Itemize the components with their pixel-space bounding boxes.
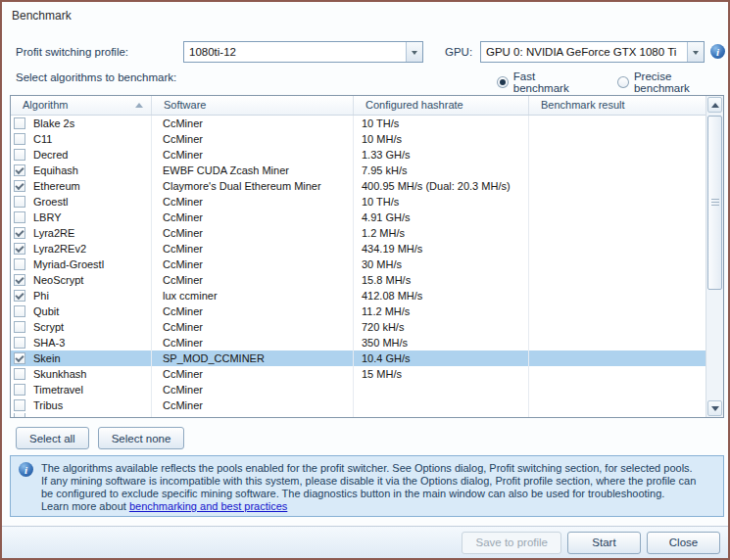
software-cell: lux ccminer [152, 288, 354, 303]
table-row[interactable]: Skunkhash CcMiner 15 MH/s [11, 366, 706, 382]
algorithm-name: NeoScrypt [33, 274, 83, 286]
column-header-hashrate[interactable]: Configured hashrate [354, 96, 529, 115]
table-row[interactable]: Decred CcMiner 1.33 GH/s [11, 147, 706, 163]
software-cell: CcMiner [152, 303, 354, 319]
hashrate-cell: 4.91 GH/s [354, 210, 529, 225]
close-button[interactable]: Close [647, 532, 720, 554]
row-checkbox[interactable] [14, 133, 25, 145]
row-checkbox[interactable] [14, 227, 25, 239]
hashrate-cell: 15 MH/s [354, 366, 529, 382]
hashrate-cell: 412.08 MH/s [354, 288, 529, 303]
vertical-scrollbar[interactable] [706, 96, 723, 417]
table-row[interactable]: Skein SP_MOD_CCMINER 10.4 GH/s [11, 350, 706, 366]
table-row[interactable]: Lyra2REv2 CcMiner 434.19 MH/s [11, 241, 706, 257]
table-row[interactable]: Groestl CcMiner 10 TH/s [11, 194, 706, 210]
hashrate-cell: 1.2 MH/s [354, 225, 529, 241]
result-cell [529, 178, 706, 194]
scroll-up-button[interactable] [707, 97, 722, 113]
table-row[interactable]: Myriad-Groestl CcMiner 30 MH/s [11, 257, 706, 272]
algorithm-cell: Timetravel [11, 382, 152, 397]
algorithm-name: Skunkhash [33, 368, 86, 380]
column-header-algorithm-label: Algorithm [23, 99, 68, 111]
fast-benchmark-radio[interactable] [497, 76, 509, 88]
row-checkbox[interactable] [14, 117, 25, 129]
column-header-result[interactable]: Benchmark result [529, 96, 706, 115]
table-row[interactable]: Scrypt CcMiner 720 kH/s [11, 319, 706, 335]
benchmarking-practices-link[interactable]: benchmarking and best practices [129, 500, 287, 512]
hashrate-cell: 11.2 MH/s [354, 303, 529, 319]
hashrate-cell: 400.95 MH/s (Dual: 20.3 MH/s) [354, 178, 529, 194]
table-row[interactable]: Lyra2RE CcMiner 1.2 MH/s [11, 225, 706, 241]
table-row[interactable]: NeoScrypt CcMiner 15.8 MH/s [11, 272, 706, 288]
precise-benchmark-option[interactable]: Precise benchmark [617, 70, 728, 94]
table-row[interactable]: Equihash EWBF CUDA Zcash Miner 7.95 kH/s [11, 163, 706, 178]
table-row[interactable]: Tribus CcMiner [11, 397, 706, 413]
fast-benchmark-option[interactable]: Fast benchmark [497, 70, 592, 94]
row-checkbox[interactable] [14, 384, 25, 396]
gpu-select-arrow[interactable] [687, 42, 704, 62]
algorithm-cell: Lyra2RE [11, 225, 152, 241]
software-cell: CcMiner [152, 335, 354, 350]
algorithm-cell: C11 [11, 131, 152, 147]
row-checkbox[interactable] [14, 305, 25, 317]
algorithm-name: Equihash [33, 164, 78, 176]
software-cell: CcMiner [152, 147, 354, 163]
result-cell [529, 366, 706, 382]
table-row[interactable]: Ethereum Claymore's Dual Ethereum Miner … [11, 178, 706, 194]
algorithm-cell: Scrypt [11, 319, 152, 335]
row-checkbox[interactable] [14, 352, 25, 364]
row-checkbox[interactable] [14, 243, 25, 255]
scroll-down-button[interactable] [707, 400, 722, 416]
algorithms-table: Algorithm Software Configured hashrate B… [10, 95, 724, 418]
row-checkbox[interactable] [14, 399, 25, 411]
gpu-select[interactable]: GPU 0: NVIDIA GeForce GTX 1080 Ti [480, 41, 705, 63]
algorithm-cell: Skein [11, 350, 152, 366]
profile-select[interactable]: 1080ti-12 [183, 41, 423, 63]
learn-more-prefix: Learn more about [41, 500, 129, 512]
algorithm-cell: Ethereum [11, 178, 152, 194]
table-row[interactable]: C11 CcMiner 10 MH/s [11, 131, 706, 147]
column-header-software[interactable]: Software [152, 96, 354, 115]
row-checkbox[interactable] [14, 321, 25, 333]
profile-label: Profit switching profile: [16, 46, 128, 58]
algorithm-cell: NeoScrypt [11, 272, 152, 288]
result-cell [529, 350, 706, 366]
start-button[interactable]: Start [567, 532, 641, 554]
select-all-button[interactable]: Select all [16, 427, 89, 449]
sort-ascending-icon [135, 103, 143, 108]
table-row-partial[interactable] [11, 413, 706, 417]
row-checkbox[interactable] [14, 196, 25, 208]
row-checkbox[interactable] [14, 211, 25, 223]
row-checkbox[interactable] [14, 149, 25, 161]
profile-select-arrow[interactable] [406, 42, 422, 62]
software-cell: CcMiner [152, 319, 354, 335]
gpu-info-icon[interactable]: i [710, 44, 725, 59]
scrollbar-thumb[interactable] [707, 116, 722, 290]
row-checkbox[interactable] [14, 258, 25, 270]
table-body: Blake 2s CcMiner 10 TH/s C11 CcMiner 10 … [11, 116, 706, 417]
algorithm-cell: Phi [11, 288, 152, 303]
algorithm-name: Blake 2s [33, 117, 74, 129]
row-checkbox[interactable] [14, 274, 25, 286]
table-row[interactable]: Qubit CcMiner 11.2 MH/s [11, 303, 706, 319]
algorithm-name: SHA-3 [33, 337, 65, 349]
table-row[interactable]: LBRY CcMiner 4.91 GH/s [11, 210, 706, 225]
result-cell [529, 272, 706, 288]
table-row[interactable]: Timetravel CcMiner [11, 382, 706, 397]
table-row[interactable]: Blake 2s CcMiner 10 TH/s [11, 116, 706, 131]
algorithm-name: C11 [33, 133, 52, 145]
row-checkbox[interactable] [14, 368, 25, 380]
row-checkbox[interactable] [14, 337, 25, 349]
row-checkbox[interactable] [14, 164, 25, 176]
column-header-algorithm[interactable]: Algorithm [11, 96, 152, 115]
precise-benchmark-radio[interactable] [617, 76, 629, 88]
hashrate-cell [354, 382, 529, 397]
save-to-profile-button[interactable]: Save to profile [462, 532, 561, 554]
table-row[interactable]: SHA-3 CcMiner 350 MH/s [11, 335, 706, 350]
select-none-button[interactable]: Select none [98, 427, 185, 449]
benchmark-mode-radios: Fast benchmark Precise benchmark [497, 70, 728, 94]
table-row[interactable]: Phi lux ccminer 412.08 MH/s [11, 288, 706, 303]
row-checkbox[interactable] [14, 290, 25, 302]
row-checkbox[interactable] [14, 180, 25, 192]
row-checkbox[interactable] [14, 413, 25, 417]
